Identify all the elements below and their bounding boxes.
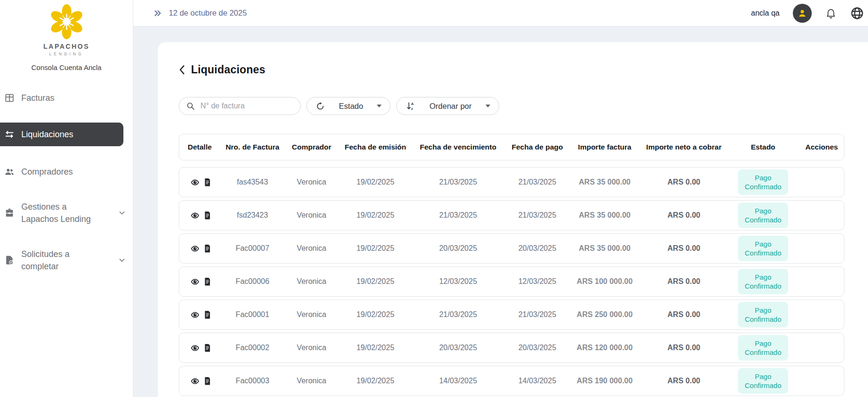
issue-date: 19/02/2025 bbox=[340, 211, 411, 220]
status-badge: Pago Confirmado bbox=[738, 335, 788, 361]
invoice-amount: ARS 100 000.00 bbox=[569, 277, 640, 286]
avatar[interactable] bbox=[793, 4, 812, 23]
brand-subtitle: LENDING bbox=[0, 52, 133, 56]
due-date: 20/03/2025 bbox=[411, 344, 505, 352]
invoice-amount: ARS 120 000.00 bbox=[569, 344, 640, 352]
user-name: ancla qa bbox=[751, 9, 780, 18]
issue-date: 19/02/2025 bbox=[340, 310, 411, 319]
status-badge: Pago Confirmado bbox=[738, 169, 788, 195]
sidebar-item-liquidaciones[interactable]: Liquidaciones bbox=[0, 123, 123, 146]
view-details-eye-icon[interactable] bbox=[191, 344, 200, 353]
caret-down-icon bbox=[377, 105, 382, 107]
column-header: Importe neto a cobrar bbox=[640, 143, 728, 151]
net-amount: ARS 0.00 bbox=[640, 178, 728, 186]
brand-name: LAPACHOS bbox=[0, 43, 133, 50]
sidebar-item-facturas[interactable]: Facturas bbox=[0, 88, 133, 108]
brand-logo: LAPACHOS LENDING bbox=[0, 0, 133, 56]
sidebar-item-label: Compradores bbox=[21, 166, 73, 178]
invoice-amount: ARS 35 000.00 bbox=[569, 244, 640, 253]
payment-date: 21/03/2025 bbox=[505, 310, 569, 319]
invoice-amount: ARS 250 000.00 bbox=[569, 310, 640, 319]
buyer-name: Veronica bbox=[283, 277, 340, 286]
sort-icon: A z bbox=[405, 101, 416, 111]
invoice-document-icon[interactable] bbox=[204, 277, 211, 286]
ordenar-por-dropdown[interactable]: A z Ordenar por bbox=[396, 97, 499, 115]
payment-date: 12/03/2025 bbox=[505, 277, 569, 286]
invoice-search[interactable] bbox=[179, 97, 301, 115]
payment-date: 21/03/2025 bbox=[505, 178, 569, 186]
payment-date: 20/03/2025 bbox=[505, 344, 569, 352]
column-header: Fecha de pago bbox=[505, 143, 569, 151]
back-chevron-icon[interactable] bbox=[179, 65, 185, 75]
view-details-eye-icon[interactable] bbox=[191, 377, 200, 386]
sidebar-item-gestiones[interactable]: Gestiones a Lapachos Lending bbox=[0, 196, 133, 229]
table-row[interactable]: Fac00003 Veronica 19/02/2025 14/03/2025 … bbox=[179, 366, 844, 396]
svg-text:A: A bbox=[411, 102, 414, 106]
invoice-amount: ARS 35 000.00 bbox=[569, 178, 640, 186]
globe-icon[interactable] bbox=[850, 6, 864, 20]
view-details-eye-icon[interactable] bbox=[191, 244, 200, 253]
briefcase-icon bbox=[4, 208, 15, 218]
due-date: 12/03/2025 bbox=[411, 277, 505, 286]
status-badge: Pago Confirmado bbox=[738, 368, 788, 394]
issue-date: 19/02/2025 bbox=[340, 344, 411, 352]
page-title: Liquidaciones bbox=[191, 63, 265, 76]
invoice-document-icon[interactable] bbox=[204, 377, 211, 385]
status-badge: Pago Confirmado bbox=[738, 203, 788, 228]
page-header: Liquidaciones bbox=[179, 62, 844, 77]
double-chevron-right-icon[interactable] bbox=[153, 9, 163, 18]
search-icon bbox=[186, 101, 195, 111]
issue-date: 19/02/2025 bbox=[340, 178, 411, 186]
buyer-name: Veronica bbox=[283, 344, 340, 352]
net-amount: ARS 0.00 bbox=[640, 211, 728, 220]
issue-date: 19/02/2025 bbox=[340, 277, 411, 286]
invoice-document-icon[interactable] bbox=[204, 211, 211, 220]
buyer-name: Veronica bbox=[283, 211, 340, 220]
net-amount: ARS 0.00 bbox=[640, 377, 728, 385]
liquidaciones-card: Liquidaciones bbox=[158, 42, 868, 397]
payment-date: 20/03/2025 bbox=[505, 244, 569, 253]
sidebar-item-compradores[interactable]: Compradores bbox=[0, 161, 133, 182]
view-details-eye-icon[interactable] bbox=[191, 310, 200, 319]
invoice-number: fsd23423 bbox=[222, 211, 283, 220]
buyer-name: Veronica bbox=[283, 310, 340, 319]
liquidaciones-table: Detalle Nro. de Factura Comprador Fecha … bbox=[179, 134, 844, 396]
sidebar-item-label: Liquidaciones bbox=[21, 128, 73, 141]
svg-text:z: z bbox=[411, 106, 413, 111]
app-root: LAPACHOS LENDING Consola Cuenta Ancla Fa… bbox=[0, 0, 868, 397]
buyer-name: Veronica bbox=[283, 377, 340, 385]
loop-icon bbox=[315, 101, 325, 111]
table-row[interactable]: Fac00007 Veronica 19/02/2025 20/03/2025 … bbox=[179, 233, 844, 264]
bell-icon[interactable] bbox=[825, 7, 837, 19]
invoice-amount: ARS 190 000.00 bbox=[569, 377, 640, 385]
net-amount: ARS 0.00 bbox=[640, 344, 728, 352]
view-details-eye-icon[interactable] bbox=[191, 211, 200, 220]
invoice-document-icon[interactable] bbox=[204, 344, 211, 352]
view-details-eye-icon[interactable] bbox=[191, 277, 200, 286]
document-check-icon bbox=[4, 255, 15, 265]
table-row[interactable]: Fac00002 Veronica 19/02/2025 20/03/2025 … bbox=[179, 333, 844, 363]
table-row[interactable]: Fac00001 Veronica 19/02/2025 21/03/2025 … bbox=[179, 300, 844, 330]
sidebar-item-label: Solicitudes a completar bbox=[21, 248, 101, 273]
search-input[interactable] bbox=[200, 101, 299, 111]
table-row[interactable]: fsd23423 Veronica 19/02/2025 21/03/2025 … bbox=[179, 200, 844, 230]
table-header-row: Detalle Nro. de Factura Comprador Fecha … bbox=[179, 134, 844, 160]
view-details-eye-icon[interactable] bbox=[191, 178, 200, 187]
invoice-document-icon[interactable] bbox=[204, 178, 211, 186]
table-row[interactable]: Fac00006 Veronica 19/02/2025 12/03/2025 … bbox=[179, 266, 844, 297]
due-date: 21/03/2025 bbox=[411, 211, 505, 220]
invoice-document-icon[interactable] bbox=[204, 310, 211, 319]
sidebar-nav: Facturas Liquidaciones bbox=[0, 88, 133, 277]
sidebar: LAPACHOS LENDING Consola Cuenta Ancla Fa… bbox=[0, 0, 133, 397]
issue-date: 19/02/2025 bbox=[340, 244, 411, 253]
invoice-document-icon[interactable] bbox=[204, 244, 211, 253]
sidebar-item-label: Facturas bbox=[21, 92, 54, 104]
estado-filter-dropdown[interactable]: Estado bbox=[306, 97, 391, 115]
console-label: Consola Cuenta Ancla bbox=[0, 63, 133, 71]
sidebar-item-solicitudes[interactable]: Solicitudes a completar bbox=[0, 244, 133, 277]
column-header: Comprador bbox=[283, 143, 340, 151]
payment-date: 14/03/2025 bbox=[505, 377, 569, 385]
buyer-name: Veronica bbox=[283, 244, 340, 253]
invoice-number: Fac00003 bbox=[222, 377, 283, 385]
table-row[interactable]: fas43543 Veronica 19/02/2025 21/03/2025 … bbox=[179, 167, 844, 197]
